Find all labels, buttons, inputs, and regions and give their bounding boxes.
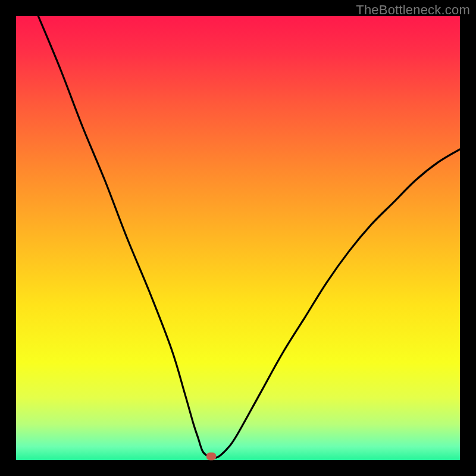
- bottleneck-curve: [16, 16, 460, 460]
- optimal-point-marker: [206, 453, 216, 461]
- watermark-text: TheBottleneck.com: [356, 2, 470, 18]
- plot-area: [16, 16, 460, 460]
- chart-frame: TheBottleneck.com: [0, 0, 476, 476]
